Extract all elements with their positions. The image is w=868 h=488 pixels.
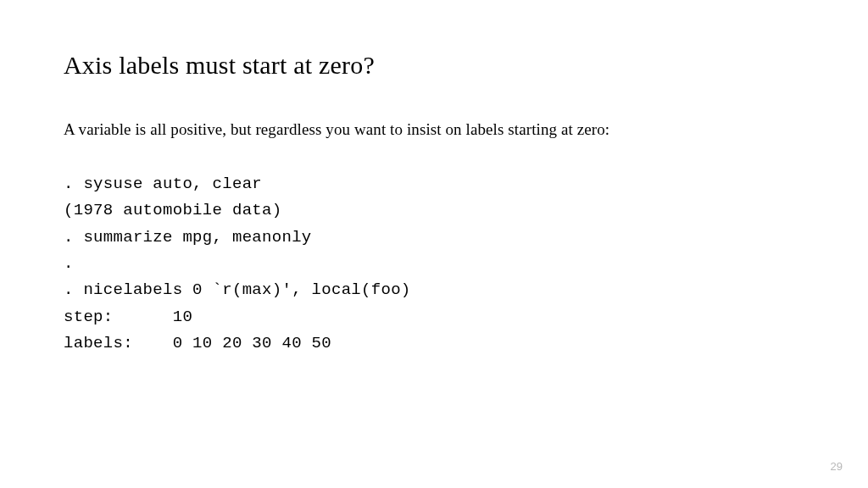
code-line: labels: 0 10 20 30 40 50 (64, 330, 804, 357)
code-block: . sysuse auto, clear (1978 automobile da… (64, 171, 804, 357)
code-line: . sysuse auto, clear (64, 171, 804, 197)
code-line: (1978 automobile data) (64, 197, 804, 224)
code-line: . (64, 251, 804, 277)
code-line: step: 10 (64, 304, 804, 330)
code-line: . nicelabels 0 `r(max)', local(foo) (64, 277, 804, 303)
page-number: 29 (831, 460, 843, 473)
slide-title: Axis labels must start at zero? (64, 51, 804, 80)
code-line: . summarize mpg, meanonly (64, 225, 804, 251)
body-paragraph: A variable is all positive, but regardle… (64, 120, 804, 139)
